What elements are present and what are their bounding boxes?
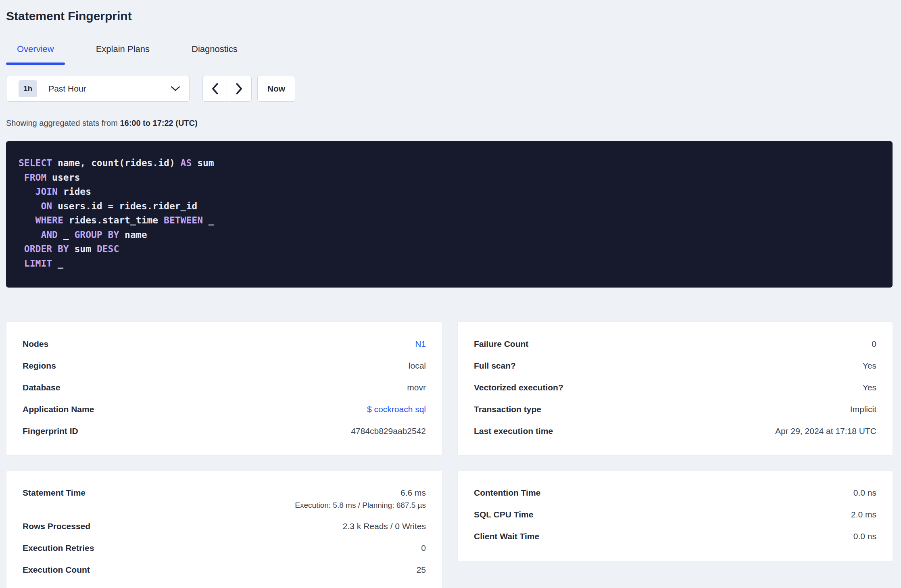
time-range-select[interactable]: 1h Past Hour: [6, 76, 190, 102]
sql-text: [19, 244, 24, 254]
stat-value-group: 2.3 k Reads / 0 Writes: [343, 521, 426, 531]
sql-keyword: JOIN: [35, 186, 58, 197]
stat-value: 2.3 k Reads / 0 Writes: [343, 521, 426, 531]
stat-label: Contention Time: [474, 488, 540, 498]
sql-text: [19, 258, 24, 269]
stat-value: local: [409, 361, 426, 370]
sql-text: [19, 201, 41, 211]
sql-text: users: [46, 172, 80, 183]
sql-text: _: [58, 229, 75, 240]
stat-value: 25: [417, 565, 426, 574]
stat-value-group: 0: [421, 543, 426, 553]
stat-label: Vectorized execution?: [474, 383, 563, 392]
stat-row: Transaction typeImplicit: [474, 405, 876, 426]
stat-value-group: Yes: [863, 383, 876, 392]
stat-value-group: Apr 29, 2024 at 17:18 UTC: [775, 426, 876, 436]
stat-value: 0: [872, 339, 876, 348]
stat-row: Execution Count25: [23, 565, 426, 587]
stat-value-group: $ cockroach sql: [367, 405, 426, 414]
stat-value-group: movr: [407, 383, 426, 392]
stat-value-link[interactable]: $ cockroach sql: [367, 405, 426, 414]
sql-text: users.id = rides.rider_id: [52, 201, 197, 211]
tab-explain-plans[interactable]: Explain Plans: [85, 44, 161, 64]
sql-text: [19, 215, 35, 225]
stat-label: Application Name: [23, 405, 94, 414]
stat-value-group: 0: [872, 339, 876, 349]
sql-text: [19, 229, 41, 240]
chevron-down-icon: [171, 86, 180, 92]
time-toolbar: 1h Past Hour Now: [6, 76, 893, 102]
sql-text: sum: [69, 244, 97, 254]
stat-label: Fingerprint ID: [23, 426, 78, 436]
stat-label: Statement Time: [23, 488, 86, 498]
stat-label: Client Wait Time: [474, 532, 539, 541]
sql-line: SELECT name, count(rides.id) AS sum: [19, 156, 879, 171]
sql-keyword: AND: [41, 229, 58, 240]
stat-row: Regionslocal: [23, 361, 426, 383]
sql-text: [19, 186, 35, 197]
stat-label: Execution Retries: [23, 543, 94, 553]
stat-value-group: 2.0 ms: [851, 510, 876, 519]
stat-row: Last execution timeApr 29, 2024 at 17:18…: [474, 426, 876, 448]
stat-row: Fingerprint ID4784cb829aab2542: [23, 426, 426, 448]
sql-text: _: [203, 215, 214, 225]
stat-row: Vectorized execution?Yes: [474, 383, 876, 405]
stat-value-link[interactable]: N1: [415, 339, 426, 348]
details-card-right: Failure Count0Full scan?YesVectorized ex…: [457, 321, 893, 456]
page-title: Statement Fingerprint: [6, 0, 893, 23]
stat-label: Last execution time: [474, 426, 553, 436]
sql-line: ORDER BY sum DESC: [19, 242, 879, 256]
stat-value-group: 0.0 ns: [853, 532, 876, 541]
stat-value-group: 4784cb829aab2542: [351, 426, 426, 436]
stat-value-group: local: [409, 361, 426, 371]
tab-diagnostics[interactable]: Diagnostics: [181, 44, 248, 64]
stat-row: Full scan?Yes: [474, 361, 876, 383]
stat-label: Database: [23, 383, 60, 392]
stats-cards-grid: NodesN1RegionslocalDatabasemovrApplicati…: [6, 321, 893, 588]
stat-value-group: 6.6 msExecution: 5.8 ms / Planning: 687.…: [295, 488, 426, 510]
sql-text: rides: [58, 186, 91, 197]
sql-keyword: DESC: [97, 244, 119, 254]
stats-range: 16:00 to 17:22 (UTC): [120, 119, 197, 127]
stat-value: Yes: [863, 361, 876, 370]
now-button[interactable]: Now: [257, 76, 295, 102]
time-next-button[interactable]: [227, 76, 251, 101]
stat-value: 0: [421, 543, 426, 553]
aggregated-stats-text: Showing aggregated stats from 16:00 to 1…: [6, 119, 893, 128]
stat-row: SQL CPU Time2.0 ms: [474, 510, 876, 532]
sql-keyword: GROUP BY: [74, 229, 119, 240]
stat-row: Rows Processed2.3 k Reads / 0 Writes: [23, 521, 426, 543]
time-prev-button[interactable]: [203, 76, 227, 101]
stat-value-group: Implicit: [850, 405, 876, 414]
stat-subvalue: Execution: 5.8 ms / Planning: 687.5 µs: [295, 501, 426, 510]
stat-value: 2.0 ms: [851, 510, 876, 519]
stat-value-group: N1: [415, 339, 426, 349]
stat-value: movr: [407, 383, 426, 392]
sql-text: name, count(rides.id): [52, 158, 181, 168]
stat-value: Implicit: [850, 405, 876, 414]
stat-row: Client Wait Time0.0 ns: [474, 532, 876, 553]
stat-row: Statement Time6.6 msExecution: 5.8 ms / …: [23, 488, 426, 521]
stat-label: Execution Count: [23, 565, 90, 575]
sql-text: [19, 172, 24, 183]
tab-overview[interactable]: Overview: [6, 44, 65, 64]
stat-label: Nodes: [23, 339, 48, 349]
stat-value: 4784cb829aab2542: [351, 426, 426, 436]
sql-keyword: AS: [181, 158, 192, 168]
stat-value: 0.0 ns: [853, 532, 876, 541]
sql-line: AND _ GROUP BY name: [19, 228, 879, 242]
sql-line: JOIN rides: [19, 185, 879, 199]
chevron-left-icon: [211, 83, 219, 95]
stat-value: Apr 29, 2024 at 17:18 UTC: [775, 426, 876, 436]
stat-label: Regions: [23, 361, 56, 371]
sql-keyword: LIMIT: [24, 258, 52, 269]
stat-row: Failure Count0: [474, 339, 876, 361]
stat-value: Yes: [863, 383, 876, 392]
sql-text: name: [119, 229, 147, 240]
time-range-label: Past Hour: [48, 84, 171, 94]
stat-value: 6.6 ms: [400, 488, 426, 497]
sql-line: LIMIT _: [19, 256, 879, 271]
timing-card-right: Contention Time0.0 nsSQL CPU Time2.0 msC…: [457, 470, 893, 562]
stat-row: NodesN1: [23, 339, 426, 361]
sql-keyword: ON: [41, 201, 52, 211]
